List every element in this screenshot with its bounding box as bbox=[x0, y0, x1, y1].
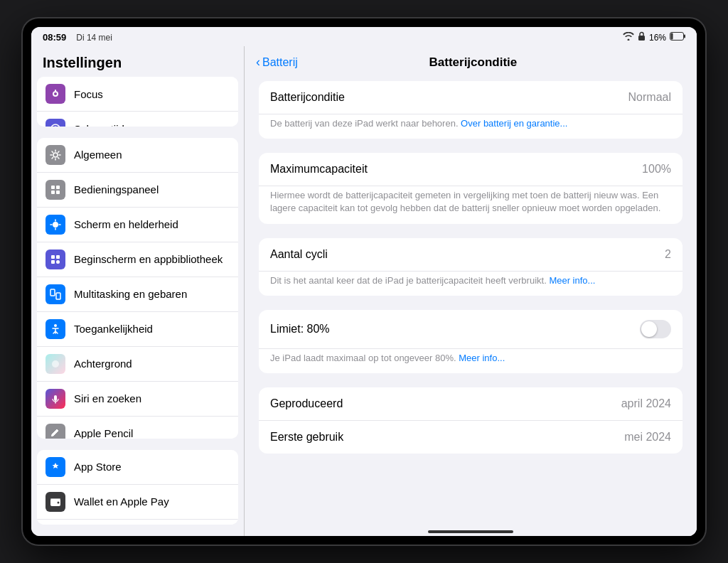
status-right: 16% bbox=[623, 31, 685, 43]
schermtijd-label: Schermtijd bbox=[74, 123, 124, 127]
siri-icon bbox=[46, 389, 65, 409]
capaciteit-label: Maximumcapaciteit bbox=[270, 163, 368, 176]
svg-rect-12 bbox=[56, 255, 60, 259]
svg-rect-8 bbox=[51, 191, 55, 194]
svg-rect-15 bbox=[50, 289, 55, 296]
battery-icon bbox=[670, 32, 685, 43]
svg-rect-16 bbox=[56, 293, 60, 299]
limiet-label: Limiet: 80% bbox=[270, 323, 330, 336]
wallet-label: Wallet en Apple Pay bbox=[74, 495, 169, 508]
sidebar-group-2: Algemeen Bedieningspaneel bbox=[37, 138, 238, 439]
card-row-geproduceerd: Geproduceerd april 2024 bbox=[259, 387, 682, 421]
status-bar: 08:59 Di 14 mei 16% bbox=[31, 27, 697, 46]
sidebar-item-schermtijd[interactable]: Schermtijd bbox=[37, 112, 238, 127]
svg-rect-3 bbox=[684, 35, 685, 38]
applepencil-label: Apple Pencil bbox=[74, 427, 133, 438]
cycli-label: Aantal cycli bbox=[270, 248, 328, 261]
appstore-label: App Store bbox=[74, 461, 122, 473]
sidebar-item-achtergrond[interactable]: Achtergrond bbox=[37, 347, 238, 382]
status-time: 08:59 bbox=[43, 32, 66, 43]
back-button[interactable]: ‹ Batterij bbox=[256, 55, 298, 70]
ipad-frame: 08:59 Di 14 mei 16% bbox=[23, 18, 705, 545]
card-row-batterijconditie: Batterijconditie Normaal bbox=[259, 81, 682, 114]
main-layout: Instellingen Focus bbox=[31, 46, 697, 536]
wallet-icon bbox=[46, 492, 65, 512]
scherm-icon bbox=[46, 215, 65, 235]
sidebar-item-algemeen[interactable]: Algemeen bbox=[37, 138, 238, 173]
limiet-link[interactable]: Meer info... bbox=[459, 353, 505, 363]
batterijconditie-label: Batterijconditie bbox=[270, 91, 345, 104]
ipad-screen: 08:59 Di 14 mei 16% bbox=[31, 27, 697, 536]
sidebar-item-wallet[interactable]: Wallet en Apple Pay bbox=[37, 485, 238, 520]
capaciteit-desc: Hiermee wordt de batterijcapaciteit geme… bbox=[259, 186, 682, 223]
eerste-value: mei 2024 bbox=[624, 431, 671, 444]
sidebar-item-focus[interactable]: Focus bbox=[37, 77, 238, 112]
algemeen-icon bbox=[46, 145, 65, 165]
geproduceerd-label: Geproduceerd bbox=[270, 397, 343, 410]
svg-point-31 bbox=[58, 501, 60, 503]
applepencil-icon bbox=[46, 424, 65, 439]
card-batterijconditie: Batterijconditie Normaal De batterij van… bbox=[259, 81, 682, 139]
achtergrond-icon bbox=[46, 354, 65, 374]
scherm-label: Scherm en helderheid bbox=[74, 218, 178, 230]
toggle-knob bbox=[641, 321, 657, 337]
batterijconditie-desc: De batterij van deze iPad werkt naar beh… bbox=[259, 114, 682, 139]
focus-icon bbox=[46, 84, 65, 104]
card-row-limiet: Limiet: 80% bbox=[259, 310, 682, 349]
sidebar: Instellingen Focus bbox=[31, 46, 245, 536]
sidebar-item-wachtwoorden[interactable]: Wachtwoorden bbox=[37, 520, 238, 525]
card-row-eerste: Eerste gebruik mei 2024 bbox=[259, 421, 682, 454]
bottom-bar bbox=[245, 526, 697, 536]
capaciteit-value: 100% bbox=[642, 163, 671, 176]
card-limiet: Limiet: 80% Je iPad laadt maximaal op to… bbox=[259, 310, 682, 373]
bedieningspaneel-label: Bedieningspaneel bbox=[74, 183, 159, 195]
svg-rect-2 bbox=[671, 33, 673, 40]
svg-rect-6 bbox=[51, 186, 55, 189]
sidebar-title: Instellingen bbox=[31, 46, 244, 77]
svg-point-17 bbox=[54, 324, 57, 327]
siri-label: Siri en zoeken bbox=[74, 392, 141, 404]
sidebar-item-bedieningspaneel[interactable]: Bedieningspaneel bbox=[37, 173, 238, 208]
back-label: Batterij bbox=[262, 56, 298, 69]
sidebar-item-appstore[interactable]: App Store bbox=[37, 450, 238, 485]
svg-rect-0 bbox=[638, 36, 645, 41]
back-chevron-icon: ‹ bbox=[256, 55, 260, 70]
sidebar-group-3: App Store Wallet en Apple Pay bbox=[37, 450, 238, 525]
cycli-value: 2 bbox=[665, 248, 671, 261]
multitasking-label: Multitasking en gebaren bbox=[74, 288, 187, 300]
sidebar-item-toegankelijkheid[interactable]: Toegankelijkheid bbox=[37, 312, 238, 347]
limiet-toggle[interactable] bbox=[640, 320, 671, 338]
sidebar-item-multitasking[interactable]: Multitasking en gebaren bbox=[37, 277, 238, 312]
toegankelijkheid-label: Toegankelijkheid bbox=[74, 323, 153, 335]
home-indicator bbox=[428, 530, 513, 533]
sidebar-item-scherm[interactable]: Scherm en helderheid bbox=[37, 208, 238, 242]
wifi-icon bbox=[623, 32, 634, 43]
svg-rect-7 bbox=[56, 186, 60, 189]
sidebar-item-applepencil[interactable]: Apple Pencil bbox=[37, 417, 238, 439]
card-capaciteit: Maximumcapaciteit 100% Hiermee wordt de … bbox=[259, 153, 682, 223]
beginscherm-label: Beginscherm en appbibliotheek bbox=[74, 253, 223, 265]
sidebar-item-beginscherm[interactable]: Beginscherm en appbibliotheek bbox=[37, 242, 238, 277]
limiet-desc: Je iPad laadt maximaal op tot ongeveer 8… bbox=[259, 349, 682, 373]
algemeen-label: Algemeen bbox=[74, 149, 122, 161]
bedieningspaneel-icon bbox=[46, 180, 65, 200]
svg-rect-11 bbox=[51, 255, 55, 259]
cycli-link[interactable]: Meer info... bbox=[549, 275, 595, 286]
svg-point-10 bbox=[53, 222, 58, 227]
sidebar-item-siri[interactable]: Siri en zoeken bbox=[37, 382, 238, 417]
capaciteit-desc-text: Hiermee wordt de batterijcapaciteit geme… bbox=[270, 190, 660, 213]
card-row-cycli: Aantal cycli 2 bbox=[259, 238, 682, 272]
achtergrond-label: Achtergrond bbox=[74, 358, 132, 370]
content-area: Batterijconditie Normaal De batterij van… bbox=[245, 75, 697, 468]
batterij-link[interactable]: Over batterij en garantie... bbox=[461, 118, 567, 129]
lock-icon bbox=[638, 31, 646, 43]
multitasking-icon bbox=[46, 284, 65, 304]
battery-percent: 16% bbox=[649, 33, 666, 43]
schermtijd-icon bbox=[46, 119, 65, 127]
geproduceerd-value: april 2024 bbox=[621, 397, 671, 410]
toegankelijkheid-icon bbox=[46, 319, 65, 339]
svg-point-5 bbox=[53, 153, 58, 157]
svg-rect-13 bbox=[51, 260, 55, 264]
batterijconditie-value: Normaal bbox=[628, 91, 671, 104]
card-cycli: Aantal cycli 2 Dit is het aantal keer da… bbox=[259, 238, 682, 296]
